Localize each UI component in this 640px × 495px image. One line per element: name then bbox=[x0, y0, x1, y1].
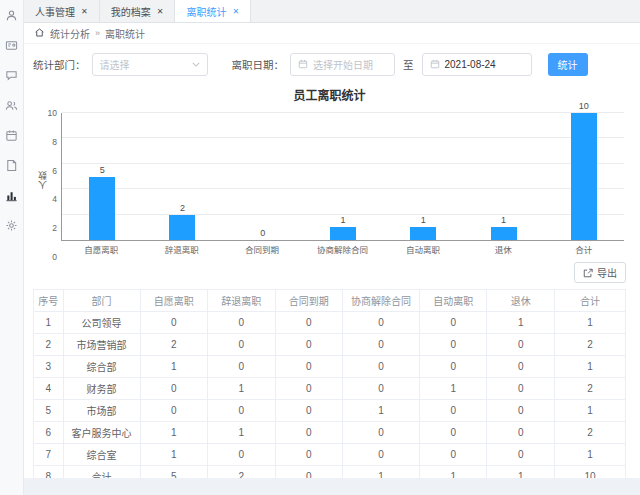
close-icon[interactable]: ✕ bbox=[81, 7, 88, 16]
table-row: 7综合室1000001 bbox=[34, 444, 626, 466]
gear-icon[interactable] bbox=[4, 217, 20, 233]
document-icon[interactable] bbox=[4, 157, 20, 173]
bar-column: 0 bbox=[223, 113, 303, 240]
table-cell: 0 bbox=[140, 400, 207, 422]
table-cell: 0 bbox=[208, 334, 275, 356]
bar[interactable] bbox=[89, 177, 115, 241]
bar-value-label: 0 bbox=[260, 228, 265, 238]
close-icon[interactable]: ✕ bbox=[232, 7, 239, 16]
table-cell: 5 bbox=[34, 400, 64, 422]
table-cell: 2 bbox=[208, 466, 275, 479]
table-cell: 2 bbox=[554, 422, 625, 444]
bar[interactable] bbox=[330, 227, 356, 240]
calendar-icon bbox=[298, 59, 308, 69]
bar[interactable] bbox=[169, 215, 195, 240]
sidebar bbox=[0, 0, 24, 495]
id-card-icon[interactable] bbox=[4, 37, 20, 53]
tab-2[interactable]: 我的档案✕ bbox=[100, 0, 176, 22]
date-start-placeholder: 选择开始日期 bbox=[313, 57, 373, 72]
y-axis: 人数 0246810 bbox=[35, 113, 61, 257]
table-cell: 2 bbox=[140, 334, 207, 356]
table-cell: 1 bbox=[140, 444, 207, 466]
tab-label: 我的档案 bbox=[111, 4, 151, 19]
export-button[interactable]: 导出 bbox=[574, 262, 626, 283]
content-area: 统计部门： 请选择 离职日期： 选择开始日期 至 bbox=[24, 44, 640, 478]
close-icon[interactable]: ✕ bbox=[157, 7, 164, 16]
column-header: 合同到期 bbox=[275, 290, 342, 312]
table-cell: 客户服务中心 bbox=[63, 422, 140, 444]
user-icon[interactable] bbox=[4, 7, 20, 23]
table-cell: 2 bbox=[554, 334, 625, 356]
bar-column: 1 bbox=[463, 113, 543, 240]
table-cell: 0 bbox=[208, 312, 275, 334]
date-filter-label: 离职日期： bbox=[232, 57, 285, 72]
table-body: 1公司领导00000112市场营销部20000023综合部10000014财务部… bbox=[34, 312, 626, 479]
y-tick: 10 bbox=[48, 108, 57, 118]
table-cell: 0 bbox=[275, 378, 342, 400]
table-cell: 0 bbox=[208, 356, 275, 378]
bar-value-label: 5 bbox=[100, 165, 105, 175]
table-header: 序号部门自愿离职辞退离职合同到期协商解除合同自动离职退休合计 bbox=[34, 290, 626, 312]
date-end-value: 2021-08-24 bbox=[445, 59, 496, 70]
chevron-down-icon bbox=[192, 62, 200, 67]
export-button-label: 导出 bbox=[597, 265, 617, 280]
table-cell: 2 bbox=[554, 378, 625, 400]
table-row: 5市场部0001001 bbox=[34, 400, 626, 422]
bar[interactable] bbox=[410, 227, 436, 240]
column-header: 序号 bbox=[34, 290, 64, 312]
message-icon[interactable] bbox=[4, 67, 20, 83]
dept-select-placeholder: 请选择 bbox=[100, 57, 130, 72]
table-cell: 0 bbox=[275, 356, 342, 378]
table-cell: 8 bbox=[34, 466, 64, 479]
bar-column: 2 bbox=[142, 113, 222, 240]
date-start-input[interactable]: 选择开始日期 bbox=[290, 53, 395, 76]
table-cell: 0 bbox=[419, 444, 486, 466]
x-axis-labels: 自愿离职辞退离职合同到期协商解除合同自动离职退休合计 bbox=[61, 243, 624, 257]
column-header: 合计 bbox=[554, 290, 625, 312]
stats-submit-button[interactable]: 统计 bbox=[548, 53, 588, 76]
chart-title: 员工离职统计 bbox=[33, 86, 626, 103]
breadcrumb-section[interactable]: 统计分析 bbox=[50, 26, 90, 41]
table-cell: 0 bbox=[140, 378, 207, 400]
x-tick-label: 协商解除合同 bbox=[302, 243, 382, 257]
bar-value-label: 10 bbox=[579, 101, 589, 111]
chart-icon[interactable] bbox=[4, 187, 20, 203]
resignation-table: 序号部门自愿离职辞退离职合同到期协商解除合同自动离职退休合计 1公司领导0000… bbox=[33, 289, 626, 478]
x-tick-label: 合计 bbox=[544, 243, 624, 257]
table-cell: 财务部 bbox=[63, 378, 140, 400]
table-cell: 合计 bbox=[63, 466, 140, 479]
dept-filter-label: 统计部门： bbox=[33, 57, 86, 72]
table-cell: 1 bbox=[343, 400, 420, 422]
main-panel: 人事管理✕我的档案✕离职统计✕ 统计分析 » 离职统计 统计部门： 请选择 离职… bbox=[24, 0, 640, 495]
people-icon[interactable] bbox=[4, 97, 20, 113]
table-cell: 0 bbox=[343, 334, 420, 356]
table-cell: 公司领导 bbox=[63, 312, 140, 334]
tab-1[interactable]: 人事管理✕ bbox=[24, 0, 100, 22]
table-cell: 1 bbox=[208, 422, 275, 444]
plot-area: 52011110 bbox=[61, 113, 624, 241]
calendar-icon[interactable] bbox=[4, 127, 20, 143]
table-cell: 1 bbox=[487, 466, 554, 479]
table-row: 4财务部0100102 bbox=[34, 378, 626, 400]
bar-value-label: 1 bbox=[421, 215, 426, 225]
table-cell: 7 bbox=[34, 444, 64, 466]
bar[interactable] bbox=[571, 113, 597, 240]
y-tick: 6 bbox=[52, 166, 57, 176]
y-tick: 8 bbox=[52, 137, 57, 147]
tab-3[interactable]: 离职统计✕ bbox=[175, 0, 251, 22]
table-cell: 1 bbox=[487, 312, 554, 334]
breadcrumb-current: 离职统计 bbox=[105, 26, 145, 41]
table-cell: 1 bbox=[343, 466, 420, 479]
table-cell: 0 bbox=[208, 400, 275, 422]
dept-select[interactable]: 请选择 bbox=[92, 53, 208, 76]
column-header: 辞退离职 bbox=[208, 290, 275, 312]
x-tick-label: 自动离职 bbox=[383, 243, 463, 257]
table-cell: 1 bbox=[554, 400, 625, 422]
tab-label: 人事管理 bbox=[35, 4, 75, 19]
y-tick: 2 bbox=[52, 223, 57, 233]
bar-column: 5 bbox=[62, 113, 142, 240]
date-end-input[interactable]: 2021-08-24 bbox=[422, 53, 532, 76]
export-row: 导出 bbox=[33, 262, 626, 283]
bar[interactable] bbox=[491, 227, 517, 240]
table-cell: 0 bbox=[419, 312, 486, 334]
